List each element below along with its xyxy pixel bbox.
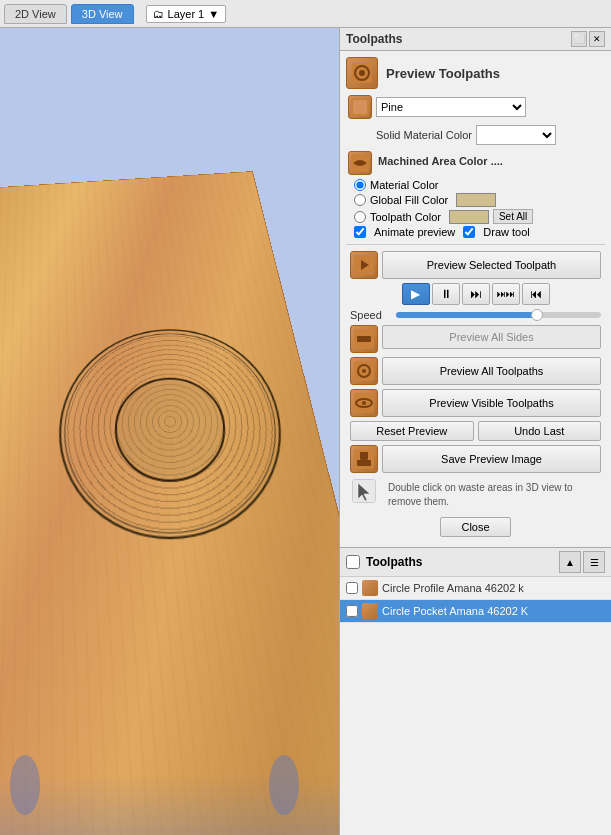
- preview-all-toolpaths-row: Preview All Toolpaths: [346, 357, 605, 385]
- speed-row: Speed: [346, 309, 605, 321]
- toolpaths-list-section: Toolpaths ▲ ☰ Circle Profile Amana 46202…: [340, 547, 611, 623]
- preview-all-toolpaths-icon: [350, 357, 378, 385]
- toolpaths-all-checkbox[interactable]: [346, 555, 360, 569]
- preview-visible-toolpaths-row: Preview Visible Toolpaths: [346, 389, 605, 417]
- tab-3d-view[interactable]: 3D View: [71, 4, 134, 24]
- material-row: Pine: [346, 95, 605, 119]
- animate-preview-label: Animate preview: [374, 226, 455, 238]
- panel-header: Toolpaths ⬜ ✕: [340, 28, 611, 51]
- step-forward-button[interactable]: ⏭: [462, 283, 490, 305]
- material-color-radio[interactable]: [354, 179, 366, 191]
- preview-all-sides-row: Preview All Sides: [346, 325, 605, 353]
- toolpaths-move-down-btn[interactable]: ☰: [583, 551, 605, 573]
- preview-all-tp-svg: [353, 360, 375, 382]
- toolpath-color-label: Toolpath Color: [370, 211, 441, 223]
- global-fill-color-label: Global Fill Color: [370, 194, 448, 206]
- preview-selected-button[interactable]: Preview Selected Toolpath: [382, 251, 601, 279]
- tab-2d-view[interactable]: 2D View: [4, 4, 67, 24]
- toolpath-0-checkbox[interactable]: [346, 582, 358, 594]
- toolpath-color-radio[interactable]: [354, 211, 366, 223]
- save-preview-icon: [350, 445, 378, 473]
- cursor-svg: [353, 480, 376, 503]
- canvas-area: [0, 28, 339, 835]
- svg-rect-4: [353, 100, 367, 114]
- preview-all-sides-svg: [353, 328, 375, 350]
- set-all-button[interactable]: Set All: [493, 209, 533, 224]
- preview-all-toolpaths-button[interactable]: Preview All Toolpaths: [382, 357, 601, 385]
- toolpaths-section: Preview Toolpaths Pine Solid Material Co…: [340, 51, 611, 547]
- draw-tool-label: Draw tool: [483, 226, 529, 238]
- machined-area-title: Machined Area Color ....: [376, 155, 503, 167]
- rewind-button[interactable]: ⏮: [522, 283, 550, 305]
- cursor-icon: [352, 479, 376, 503]
- info-text: Double click on waste areas in 3D view t…: [382, 477, 601, 513]
- material-color-label: Material Color: [370, 179, 438, 191]
- machined-area-header-row: Machined Area Color ....: [346, 151, 605, 175]
- toolpath-item-0[interactable]: Circle Profile Amana 46202 k: [340, 577, 611, 600]
- play-button[interactable]: ▶: [402, 283, 430, 305]
- solid-material-label: Solid Material Color: [376, 129, 472, 141]
- svg-rect-9: [357, 336, 371, 342]
- playback-controls: ▶ ⏸ ⏭ ⏭⏭ ⏮: [346, 283, 605, 305]
- toolpath-color-row: Toolpath Color Set All: [346, 209, 605, 224]
- toolpath-1-icon: [362, 603, 378, 619]
- preview-visible-icon: [350, 389, 378, 417]
- speed-label: Speed: [350, 309, 390, 321]
- divider-1: [346, 244, 605, 245]
- solid-material-spacer: [348, 123, 372, 147]
- solid-material-color-select[interactable]: [476, 125, 556, 145]
- 3d-viewport[interactable]: [0, 28, 339, 835]
- toolpaths-list-controls: ▲ ☰: [559, 551, 605, 573]
- svg-point-2: [359, 70, 365, 76]
- toolpath-color-box[interactable]: [449, 210, 489, 224]
- animate-draw-row: Animate preview Draw tool: [346, 226, 605, 238]
- animate-preview-checkbox[interactable]: [354, 226, 366, 238]
- preview-toolpaths-title: Preview Toolpaths: [386, 66, 500, 81]
- save-preview-image-button[interactable]: Save Preview Image: [382, 445, 601, 473]
- svg-point-12: [362, 369, 366, 373]
- right-panel: Toolpaths ⬜ ✕ Preview Toolpaths: [339, 28, 611, 835]
- pause-button[interactable]: ⏸: [432, 283, 460, 305]
- speed-slider[interactable]: [396, 312, 601, 318]
- toolpath-1-name: Circle Pocket Amana 46202 K: [382, 605, 528, 617]
- preview-selected-svg: [353, 254, 375, 276]
- global-fill-color-box[interactable]: [456, 193, 496, 207]
- toolpath-1-checkbox[interactable]: [346, 605, 358, 617]
- toolpath-item-1[interactable]: Circle Pocket Amana 46202 K: [340, 600, 611, 623]
- reset-undo-row: Reset Preview Undo Last: [346, 421, 605, 441]
- undo-last-button[interactable]: Undo Last: [478, 421, 602, 441]
- panel-maximize-btn[interactable]: ⬜: [571, 31, 587, 47]
- toolpath-0-name: Circle Profile Amana 46202 k: [382, 582, 524, 594]
- preview-toolpaths-header: Preview Toolpaths: [346, 57, 605, 89]
- panel-close-btn[interactable]: ✕: [589, 31, 605, 47]
- layer-icon: 🗂: [153, 8, 164, 20]
- toolpaths-list-title-group: Toolpaths: [346, 555, 422, 569]
- material-icon: [348, 95, 372, 119]
- preview-visible-toolpaths-button[interactable]: Preview Visible Toolpaths: [382, 389, 601, 417]
- svg-point-15: [362, 401, 366, 405]
- layer-selector[interactable]: 🗂 Layer 1 ▼: [146, 5, 227, 23]
- reset-preview-button[interactable]: Reset Preview: [350, 421, 474, 441]
- layer-label: Layer 1: [168, 8, 205, 20]
- preview-toolpaths-icon: [346, 57, 378, 89]
- preview-selected-row: Preview Selected Toolpath: [346, 251, 605, 279]
- solid-material-row: Solid Material Color: [346, 123, 605, 147]
- main-content: Toolpaths ⬜ ✕ Preview Toolpaths: [0, 28, 611, 835]
- draw-tool-checkbox[interactable]: [463, 226, 475, 238]
- material-select[interactable]: Pine: [376, 97, 526, 117]
- material-color-row: Material Color: [346, 179, 605, 191]
- info-row: Double click on waste areas in 3D view t…: [346, 477, 605, 513]
- floor-shadow: [0, 775, 339, 835]
- save-preview-row: Save Preview Image: [346, 445, 605, 473]
- global-fill-color-radio[interactable]: [354, 194, 366, 206]
- info-icon-container: [350, 477, 378, 505]
- fast-forward-button[interactable]: ⏭⏭: [492, 283, 520, 305]
- close-button[interactable]: Close: [440, 517, 510, 537]
- save-preview-svg: [353, 448, 375, 470]
- preview-selected-icon: [350, 251, 378, 279]
- machined-area-icon-svg: [350, 153, 370, 173]
- toolpaths-move-up-btn[interactable]: ▲: [559, 551, 581, 573]
- preview-all-sides-button[interactable]: Preview All Sides: [382, 325, 601, 349]
- top-bar: 2D View 3D View 🗂 Layer 1 ▼: [0, 0, 611, 28]
- toolpaths-list-header: Toolpaths ▲ ☰: [340, 548, 611, 577]
